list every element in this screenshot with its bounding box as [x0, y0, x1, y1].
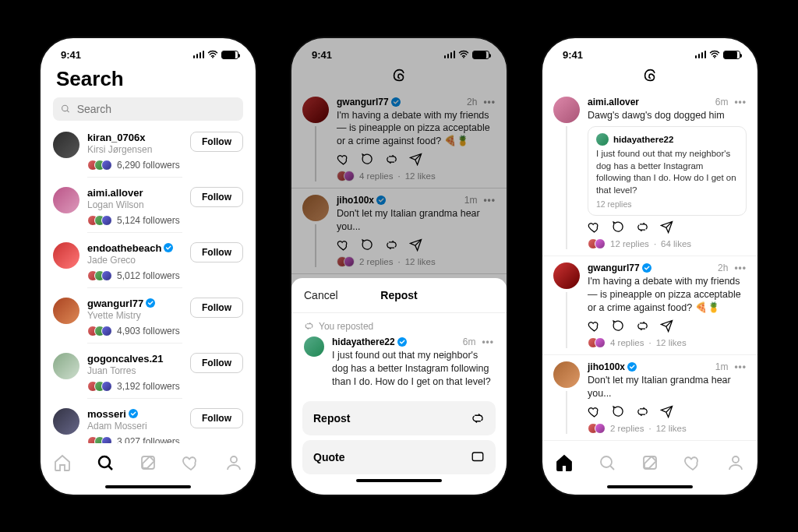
status-bar: 9:41	[542, 38, 757, 64]
username[interactable]: endoathebeach	[87, 242, 161, 254]
share-button[interactable]	[660, 220, 673, 234]
followers-count: 5,124 followers	[117, 215, 180, 226]
avatar[interactable]	[553, 262, 580, 289]
share-button[interactable]	[660, 405, 673, 418]
tab-activity[interactable]	[683, 453, 702, 472]
tab-home[interactable]	[53, 453, 72, 472]
like-button[interactable]	[588, 319, 601, 333]
search-results[interactable]: kiran_0706x Kirsi Jørgensen 6,290 follow…	[41, 125, 256, 443]
user-row[interactable]: gogoncalves.21 Juan Torres 3,192 followe…	[41, 347, 256, 402]
user-row[interactable]: gwangurl77 Yvette Mistry 4,903 followers…	[41, 291, 256, 347]
follow-button[interactable]: Follow	[190, 132, 243, 152]
post-actions	[588, 220, 747, 234]
user-row[interactable]: mosseri Adam Mosseri 3,027 followers Fol…	[41, 402, 256, 443]
avatar[interactable]	[553, 97, 580, 123]
verified-icon	[627, 362, 637, 372]
follow-button[interactable]: Follow	[190, 408, 243, 428]
username[interactable]: gwangurl77	[87, 298, 143, 309]
post-stats[interactable]: 4 replies·12 likes	[588, 337, 747, 348]
post-username[interactable]: jiho100x	[588, 361, 625, 372]
tab-compose[interactable]	[641, 453, 659, 472]
quote-card[interactable]: hidayathere22 I just found out that my n…	[588, 126, 747, 216]
like-button[interactable]	[588, 405, 601, 418]
post[interactable]: jiho100x 1m ••• Don't let my Italian gra…	[542, 355, 757, 441]
username[interactable]: mosseri	[87, 408, 126, 420]
tab-search[interactable]	[96, 453, 115, 472]
tab-home[interactable]	[555, 453, 574, 472]
display-name: Kirsi Jørgensen	[87, 144, 182, 155]
search-input[interactable]	[77, 103, 235, 115]
app-logo-row	[542, 64, 757, 90]
tab-profile[interactable]	[726, 453, 745, 472]
followers-count: 3,027 followers	[117, 436, 180, 443]
avatar[interactable]	[553, 361, 580, 388]
tab-profile[interactable]	[224, 453, 243, 472]
verified-icon	[129, 409, 138, 418]
follow-button[interactable]: Follow	[190, 242, 243, 262]
repost-button[interactable]	[636, 405, 649, 418]
wifi-icon	[207, 49, 218, 61]
more-icon[interactable]: •••	[734, 361, 747, 372]
home-indicator[interactable]	[607, 485, 693, 488]
post-stats[interactable]: 12 replies·64 likes	[588, 238, 747, 249]
follow-button[interactable]: Follow	[190, 298, 243, 318]
like-button[interactable]	[588, 220, 601, 234]
quote-replies: 12 replies	[596, 199, 738, 209]
user-row[interactable]: aimi.allover Logan Wilson 5,124 follower…	[41, 181, 256, 236]
post-username[interactable]: gwangurl77	[588, 262, 640, 273]
tab-bar	[542, 443, 757, 482]
repost-button[interactable]: Repost	[302, 401, 496, 435]
username[interactable]: kiran_0706x	[87, 132, 145, 143]
quote-text: I just found out that my neighbor's dog …	[596, 148, 738, 196]
more-icon[interactable]: •••	[734, 262, 747, 273]
quote-username: hidayathere22	[613, 135, 673, 144]
status-time: 9:41	[61, 49, 81, 61]
page-title: Search	[41, 64, 256, 97]
display-name: Adam Mosseri	[87, 421, 182, 432]
post[interactable]: gwangurl77 2h ••• I'm having a debate wi…	[542, 256, 757, 355]
post-username[interactable]: hidayathere22	[332, 336, 395, 347]
comment-button[interactable]	[612, 405, 625, 418]
followers-count: 3,192 followers	[117, 381, 180, 392]
follow-button[interactable]: Follow	[190, 187, 243, 207]
follow-button[interactable]: Follow	[190, 353, 243, 373]
comment-button[interactable]	[612, 220, 625, 234]
phone-feed-screen: 9:41 aimi.allover 6m ••• Dawg's dawg's d…	[541, 37, 759, 496]
user-row[interactable]: endoathebeach Jade Greco 5,012 followers…	[41, 236, 256, 291]
comment-button[interactable]	[612, 319, 625, 333]
avatar[interactable]	[53, 242, 79, 269]
tab-activity[interactable]	[182, 453, 200, 472]
avatar[interactable]	[53, 132, 79, 158]
avatar[interactable]	[53, 408, 79, 435]
verified-icon	[146, 298, 155, 308]
tab-search[interactable]	[598, 453, 616, 472]
repost-button[interactable]	[636, 220, 649, 234]
cancel-button[interactable]: Cancel	[304, 289, 338, 301]
avatar[interactable]	[53, 298, 79, 324]
search-field[interactable]	[53, 97, 243, 121]
sheet-post: hidayathere22 6m ••• I just found out th…	[291, 332, 507, 396]
display-name: Logan Wilson	[87, 199, 182, 210]
threads-logo-icon	[641, 67, 659, 84]
username[interactable]: gogoncalves.21	[87, 353, 164, 365]
username[interactable]: aimi.allover	[87, 187, 143, 199]
more-icon[interactable]: •••	[482, 336, 494, 347]
avatar[interactable]	[304, 336, 324, 357]
home-indicator[interactable]	[356, 479, 442, 482]
share-button[interactable]	[660, 319, 673, 333]
avatar[interactable]	[53, 187, 79, 213]
quote-button[interactable]: Quote	[302, 440, 496, 474]
post-stats[interactable]: 2 replies·12 likes	[588, 423, 747, 434]
user-row[interactable]: kiran_0706x Kirsi Jørgensen 6,290 follow…	[41, 125, 256, 181]
signal-icon	[695, 51, 707, 58]
repost-button[interactable]	[636, 319, 649, 333]
post-actions	[588, 319, 747, 333]
feed[interactable]: aimi.allover 6m ••• Dawg's dawg's dog do…	[542, 90, 757, 443]
home-indicator[interactable]	[105, 485, 191, 488]
post[interactable]: aimi.allover 6m ••• Dawg's dawg's dog do…	[542, 90, 757, 257]
follower-avatars	[87, 326, 112, 336]
more-icon[interactable]: •••	[734, 97, 747, 107]
post-username[interactable]: aimi.allover	[588, 97, 639, 107]
avatar[interactable]	[53, 353, 79, 379]
tab-compose[interactable]	[139, 453, 157, 472]
